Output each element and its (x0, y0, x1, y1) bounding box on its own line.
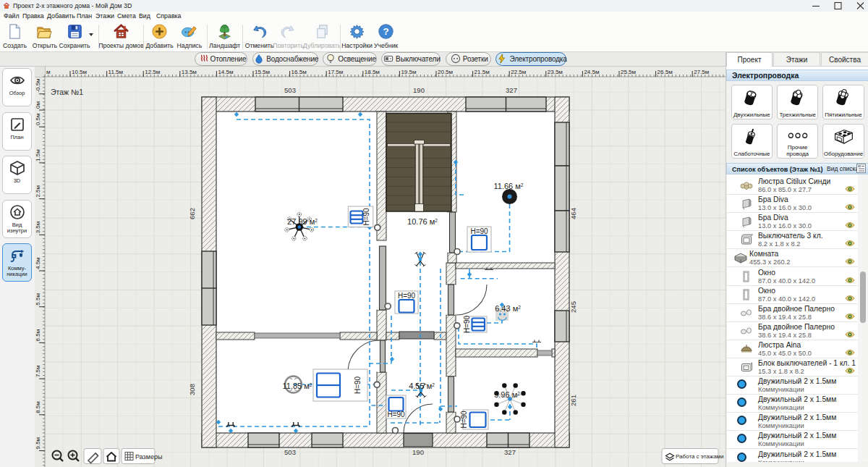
svg-text:4.5м: 4.5м (35, 257, 41, 269)
svg-text:7.5м: 7.5м (35, 365, 41, 377)
svg-text:12.5м: 12.5м (145, 69, 160, 75)
svg-text:503: 503 (284, 86, 296, 94)
svg-text:H=90: H=90 (470, 227, 488, 235)
svg-text:503: 503 (284, 448, 296, 456)
svg-text:18.5м: 18.5м (365, 69, 380, 75)
svg-text:Этаж №1: Этаж №1 (51, 88, 83, 96)
svg-text:464: 464 (569, 208, 577, 219)
svg-text:10.76 м2: 10.76 м2 (407, 217, 438, 226)
svg-text:0.5м: 0.5м (35, 114, 41, 126)
svg-text:190: 190 (413, 86, 425, 94)
svg-text:14.5м: 14.5м (218, 69, 233, 75)
svg-text:26.5м: 26.5м (658, 69, 673, 75)
svg-text:H=90: H=90 (398, 292, 416, 300)
svg-text:25.5м: 25.5м (621, 69, 636, 75)
svg-text:190: 190 (412, 448, 424, 456)
svg-text:H=90: H=90 (460, 411, 468, 429)
svg-text:?: ? (383, 26, 388, 37)
svg-text:662: 662 (188, 208, 196, 219)
svg-text:20.5м: 20.5м (438, 69, 453, 75)
svg-text:1.5м: 1.5м (35, 149, 41, 161)
svg-text:245: 245 (569, 301, 577, 313)
svg-text:-0.5м: -0.5м (35, 78, 41, 92)
svg-text:3.5м: 3.5м (35, 222, 41, 234)
svg-text:Размеры: Размеры (135, 453, 162, 460)
svg-text:2.5м: 2.5м (35, 185, 41, 198)
svg-text:13.5м: 13.5м (182, 69, 197, 75)
svg-text:327: 327 (506, 86, 517, 94)
svg-text:19.5м: 19.5м (401, 69, 416, 75)
svg-text:16.5м: 16.5м (292, 69, 307, 75)
svg-text:6.5м: 6.5м (35, 329, 41, 342)
svg-text:21.5м: 21.5м (475, 69, 490, 75)
svg-text:27.99 м2: 27.99 м2 (287, 217, 318, 226)
svg-text:11.85 м2: 11.85 м2 (283, 382, 312, 390)
svg-text:22.5м: 22.5м (511, 69, 526, 75)
svg-text:23.5м: 23.5м (548, 69, 563, 75)
svg-text:H=90: H=90 (387, 411, 405, 418)
svg-text:H=90: H=90 (362, 208, 370, 226)
svg-text:27.5м: 27.5м (694, 69, 709, 75)
svg-text:261: 261 (569, 395, 577, 406)
svg-text:327: 327 (504, 448, 516, 456)
svg-text:17.5м: 17.5м (328, 69, 343, 75)
svg-text:11.5м: 11.5м (109, 69, 123, 75)
svg-text:6.43 м2: 6.43 м2 (495, 304, 521, 313)
svg-text:0м: 0м (35, 101, 41, 109)
svg-text:24.5м: 24.5м (584, 69, 599, 75)
svg-text:9.5м: 9.5м (35, 437, 41, 450)
svg-text:11.66 м2: 11.66 м2 (494, 182, 524, 190)
svg-text:Работа с этажами: Работа с этажами (676, 453, 724, 460)
svg-text:5.5м: 5.5м (35, 293, 41, 306)
svg-text:H=90: H=90 (354, 376, 362, 394)
svg-text:5.96 м2: 5.96 м2 (494, 390, 520, 399)
svg-text:8.5м: 8.5м (35, 401, 41, 413)
svg-text:м: м (46, 69, 51, 75)
svg-text:10.5м: 10.5м (72, 69, 87, 75)
svg-text:15.5м: 15.5м (255, 69, 270, 75)
svg-text:4.55 м2: 4.55 м2 (409, 382, 435, 390)
svg-text:308: 308 (188, 384, 196, 395)
svg-text:H=90: H=90 (463, 315, 471, 333)
